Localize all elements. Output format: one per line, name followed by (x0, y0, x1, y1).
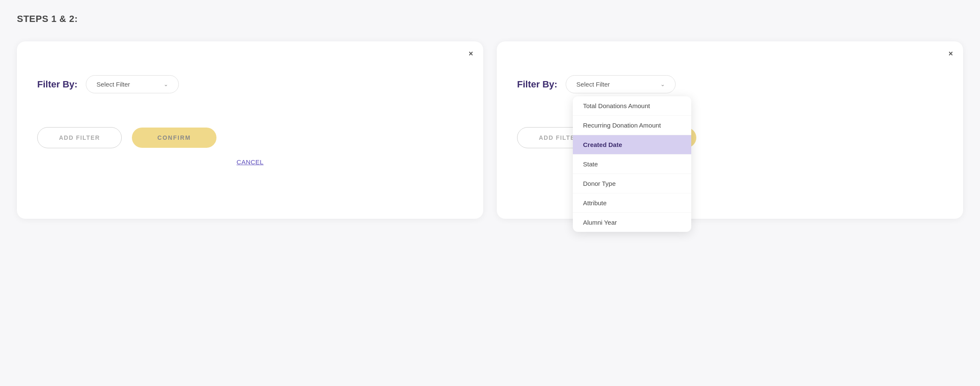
select-filter-dropdown-right[interactable]: Select Filter ⌄ (566, 75, 676, 93)
select-filter-label-right: Select Filter (576, 81, 610, 88)
chevron-down-icon-left: ⌄ (164, 81, 168, 87)
dropdown-item-state[interactable]: State (573, 155, 691, 174)
dropdown-item-recurring-donation[interactable]: Recurring Donation Amount (573, 116, 691, 135)
dropdown-item-alumni-year[interactable]: Alumni Year (573, 213, 691, 232)
left-panel: × Filter By: Select Filter ⌄ ADD FILTER … (17, 41, 483, 219)
filter-dropdown-menu: Total Donations Amount Recurring Donatio… (573, 96, 691, 232)
panels-container: × Filter By: Select Filter ⌄ ADD FILTER … (17, 41, 963, 219)
confirm-button-left[interactable]: CONFIRM (132, 128, 216, 148)
left-panel-close-button[interactable]: × (468, 50, 473, 57)
dropdown-item-donor-type[interactable]: Donor Type (573, 174, 691, 193)
filter-by-label-left: Filter By: (37, 79, 77, 90)
filter-by-label-right: Filter By: (517, 79, 557, 90)
add-filter-button-left[interactable]: ADD FILTER (37, 127, 122, 148)
select-filter-dropdown-left[interactable]: Select Filter ⌄ (86, 75, 179, 93)
filter-row-left: Filter By: Select Filter ⌄ (37, 75, 463, 93)
page-title: STEPS 1 & 2: (17, 14, 963, 24)
right-panel-close-button[interactable]: × (948, 50, 953, 57)
filter-row-right: Filter By: Select Filter ⌄ (517, 75, 943, 93)
dropdown-item-created-date[interactable]: Created Date (573, 135, 691, 155)
dropdown-item-total-donations[interactable]: Total Donations Amount (573, 96, 691, 116)
right-panel: × Filter By: Select Filter ⌄ Total Donat… (497, 41, 963, 219)
chevron-down-icon-right: ⌄ (660, 81, 665, 87)
actions-row-left: ADD FILTER CONFIRM (37, 127, 463, 148)
cancel-link-left[interactable]: CANCEL (37, 158, 463, 166)
select-filter-label-left: Select Filter (96, 81, 130, 88)
dropdown-item-attribute[interactable]: Attribute (573, 193, 691, 213)
